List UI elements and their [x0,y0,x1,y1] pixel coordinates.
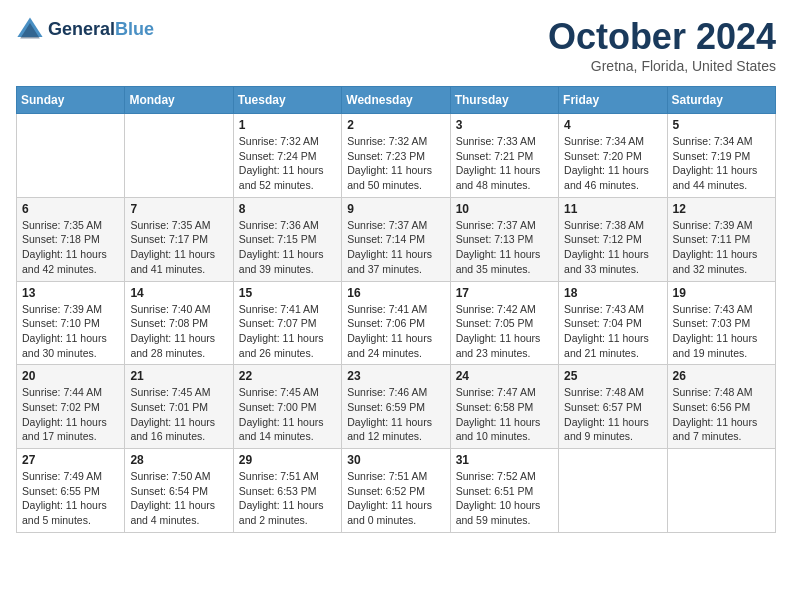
weekday-header: Friday [559,87,667,114]
day-info: Sunrise: 7:39 AMSunset: 7:11 PMDaylight:… [673,218,770,277]
calendar-cell: 19Sunrise: 7:43 AMSunset: 7:03 PMDayligh… [667,281,775,365]
logo-text: GeneralBlue [48,20,154,40]
weekday-header: Thursday [450,87,558,114]
calendar-cell: 3Sunrise: 7:33 AMSunset: 7:21 PMDaylight… [450,114,558,198]
day-number: 10 [456,202,553,216]
calendar-cell: 2Sunrise: 7:32 AMSunset: 7:23 PMDaylight… [342,114,450,198]
calendar-cell: 31Sunrise: 7:52 AMSunset: 6:51 PMDayligh… [450,449,558,533]
day-info: Sunrise: 7:37 AMSunset: 7:13 PMDaylight:… [456,218,553,277]
day-number: 27 [22,453,119,467]
day-number: 25 [564,369,661,383]
calendar-cell: 16Sunrise: 7:41 AMSunset: 7:06 PMDayligh… [342,281,450,365]
day-info: Sunrise: 7:51 AMSunset: 6:53 PMDaylight:… [239,469,336,528]
day-info: Sunrise: 7:33 AMSunset: 7:21 PMDaylight:… [456,134,553,193]
calendar-cell: 9Sunrise: 7:37 AMSunset: 7:14 PMDaylight… [342,197,450,281]
calendar-cell [17,114,125,198]
day-info: Sunrise: 7:48 AMSunset: 6:56 PMDaylight:… [673,385,770,444]
calendar-cell: 22Sunrise: 7:45 AMSunset: 7:00 PMDayligh… [233,365,341,449]
month-title: October 2024 [548,16,776,58]
day-number: 4 [564,118,661,132]
calendar-cell: 27Sunrise: 7:49 AMSunset: 6:55 PMDayligh… [17,449,125,533]
calendar-cell: 15Sunrise: 7:41 AMSunset: 7:07 PMDayligh… [233,281,341,365]
logo: GeneralBlue [16,16,154,44]
calendar-cell: 28Sunrise: 7:50 AMSunset: 6:54 PMDayligh… [125,449,233,533]
day-info: Sunrise: 7:49 AMSunset: 6:55 PMDaylight:… [22,469,119,528]
title-block: October 2024 Gretna, Florida, United Sta… [548,16,776,74]
day-number: 21 [130,369,227,383]
day-number: 7 [130,202,227,216]
calendar-cell: 8Sunrise: 7:36 AMSunset: 7:15 PMDaylight… [233,197,341,281]
calendar-cell: 30Sunrise: 7:51 AMSunset: 6:52 PMDayligh… [342,449,450,533]
calendar-cell: 24Sunrise: 7:47 AMSunset: 6:58 PMDayligh… [450,365,558,449]
day-number: 14 [130,286,227,300]
calendar-cell: 17Sunrise: 7:42 AMSunset: 7:05 PMDayligh… [450,281,558,365]
day-info: Sunrise: 7:42 AMSunset: 7:05 PMDaylight:… [456,302,553,361]
day-info: Sunrise: 7:50 AMSunset: 6:54 PMDaylight:… [130,469,227,528]
day-info: Sunrise: 7:43 AMSunset: 7:04 PMDaylight:… [564,302,661,361]
day-number: 13 [22,286,119,300]
day-info: Sunrise: 7:35 AMSunset: 7:17 PMDaylight:… [130,218,227,277]
day-info: Sunrise: 7:32 AMSunset: 7:24 PMDaylight:… [239,134,336,193]
logo-icon [16,16,44,44]
day-info: Sunrise: 7:37 AMSunset: 7:14 PMDaylight:… [347,218,444,277]
day-number: 20 [22,369,119,383]
weekday-header: Saturday [667,87,775,114]
day-info: Sunrise: 7:40 AMSunset: 7:08 PMDaylight:… [130,302,227,361]
calendar-cell: 5Sunrise: 7:34 AMSunset: 7:19 PMDaylight… [667,114,775,198]
day-info: Sunrise: 7:48 AMSunset: 6:57 PMDaylight:… [564,385,661,444]
day-info: Sunrise: 7:41 AMSunset: 7:07 PMDaylight:… [239,302,336,361]
calendar-cell: 10Sunrise: 7:37 AMSunset: 7:13 PMDayligh… [450,197,558,281]
day-number: 12 [673,202,770,216]
calendar-week-row: 6Sunrise: 7:35 AMSunset: 7:18 PMDaylight… [17,197,776,281]
day-info: Sunrise: 7:34 AMSunset: 7:19 PMDaylight:… [673,134,770,193]
day-number: 28 [130,453,227,467]
day-number: 5 [673,118,770,132]
day-number: 19 [673,286,770,300]
calendar-cell: 23Sunrise: 7:46 AMSunset: 6:59 PMDayligh… [342,365,450,449]
calendar-cell: 6Sunrise: 7:35 AMSunset: 7:18 PMDaylight… [17,197,125,281]
day-number: 26 [673,369,770,383]
day-info: Sunrise: 7:38 AMSunset: 7:12 PMDaylight:… [564,218,661,277]
calendar-cell: 11Sunrise: 7:38 AMSunset: 7:12 PMDayligh… [559,197,667,281]
weekday-header: Wednesday [342,87,450,114]
calendar-cell: 21Sunrise: 7:45 AMSunset: 7:01 PMDayligh… [125,365,233,449]
location: Gretna, Florida, United States [548,58,776,74]
calendar-cell: 4Sunrise: 7:34 AMSunset: 7:20 PMDaylight… [559,114,667,198]
day-number: 18 [564,286,661,300]
day-number: 15 [239,286,336,300]
day-number: 29 [239,453,336,467]
day-number: 6 [22,202,119,216]
calendar-week-row: 13Sunrise: 7:39 AMSunset: 7:10 PMDayligh… [17,281,776,365]
day-info: Sunrise: 7:47 AMSunset: 6:58 PMDaylight:… [456,385,553,444]
calendar-cell: 1Sunrise: 7:32 AMSunset: 7:24 PMDaylight… [233,114,341,198]
calendar-week-row: 27Sunrise: 7:49 AMSunset: 6:55 PMDayligh… [17,449,776,533]
calendar-week-row: 20Sunrise: 7:44 AMSunset: 7:02 PMDayligh… [17,365,776,449]
day-info: Sunrise: 7:46 AMSunset: 6:59 PMDaylight:… [347,385,444,444]
day-info: Sunrise: 7:45 AMSunset: 7:00 PMDaylight:… [239,385,336,444]
weekday-header: Sunday [17,87,125,114]
calendar-cell: 29Sunrise: 7:51 AMSunset: 6:53 PMDayligh… [233,449,341,533]
day-number: 22 [239,369,336,383]
calendar-week-row: 1Sunrise: 7:32 AMSunset: 7:24 PMDaylight… [17,114,776,198]
calendar-cell [125,114,233,198]
weekday-header: Tuesday [233,87,341,114]
day-info: Sunrise: 7:39 AMSunset: 7:10 PMDaylight:… [22,302,119,361]
day-number: 8 [239,202,336,216]
day-info: Sunrise: 7:51 AMSunset: 6:52 PMDaylight:… [347,469,444,528]
day-number: 1 [239,118,336,132]
day-info: Sunrise: 7:41 AMSunset: 7:06 PMDaylight:… [347,302,444,361]
day-info: Sunrise: 7:35 AMSunset: 7:18 PMDaylight:… [22,218,119,277]
day-number: 11 [564,202,661,216]
calendar-cell: 12Sunrise: 7:39 AMSunset: 7:11 PMDayligh… [667,197,775,281]
day-info: Sunrise: 7:45 AMSunset: 7:01 PMDaylight:… [130,385,227,444]
day-number: 31 [456,453,553,467]
weekday-header: Monday [125,87,233,114]
calendar-cell: 7Sunrise: 7:35 AMSunset: 7:17 PMDaylight… [125,197,233,281]
day-info: Sunrise: 7:32 AMSunset: 7:23 PMDaylight:… [347,134,444,193]
calendar-cell: 18Sunrise: 7:43 AMSunset: 7:04 PMDayligh… [559,281,667,365]
calendar-table: SundayMondayTuesdayWednesdayThursdayFrid… [16,86,776,533]
calendar-cell: 26Sunrise: 7:48 AMSunset: 6:56 PMDayligh… [667,365,775,449]
day-info: Sunrise: 7:36 AMSunset: 7:15 PMDaylight:… [239,218,336,277]
day-number: 9 [347,202,444,216]
calendar-header-row: SundayMondayTuesdayWednesdayThursdayFrid… [17,87,776,114]
